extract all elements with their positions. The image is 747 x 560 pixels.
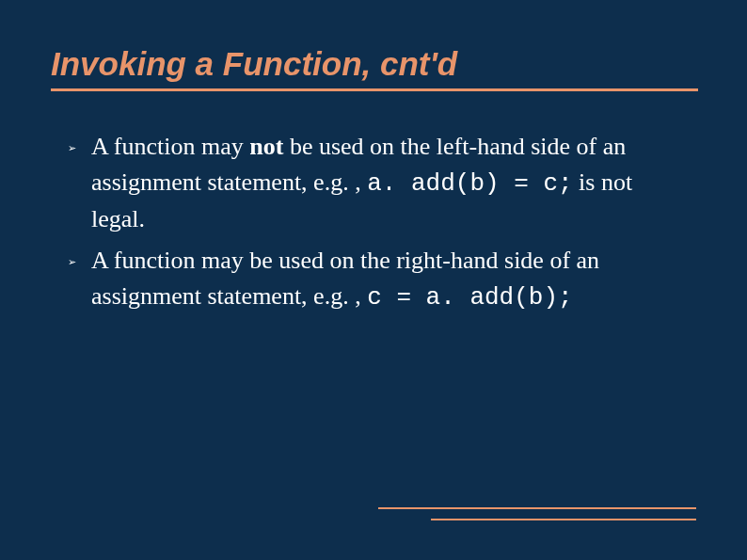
text-bold: not: [249, 133, 283, 160]
text-segment: A function may: [91, 133, 249, 160]
bullet-text: A function may not be used on the left-h…: [91, 129, 687, 237]
code-segment: a. add(b) = c;: [367, 169, 572, 198]
bullet-icon: ➢: [68, 256, 76, 268]
bullet-icon: ➢: [68, 142, 76, 154]
slide: Invoking a Function, cnt'd ➢ A function …: [0, 0, 747, 560]
title-underline: [51, 88, 698, 91]
list-item: ➢ A function may not be used on the left…: [68, 129, 687, 237]
footer-decoration: [378, 507, 696, 520]
slide-content: ➢ A function may not be used on the left…: [51, 129, 696, 315]
list-item: ➢ A function may be used on the right-ha…: [68, 243, 687, 315]
code-segment: c = a. add(b);: [367, 283, 572, 312]
bullet-text: A function may be used on the right-hand…: [91, 243, 687, 315]
decorative-line: [378, 507, 696, 509]
slide-title: Invoking a Function, cnt'd: [51, 45, 696, 83]
decorative-line: [431, 519, 696, 520]
